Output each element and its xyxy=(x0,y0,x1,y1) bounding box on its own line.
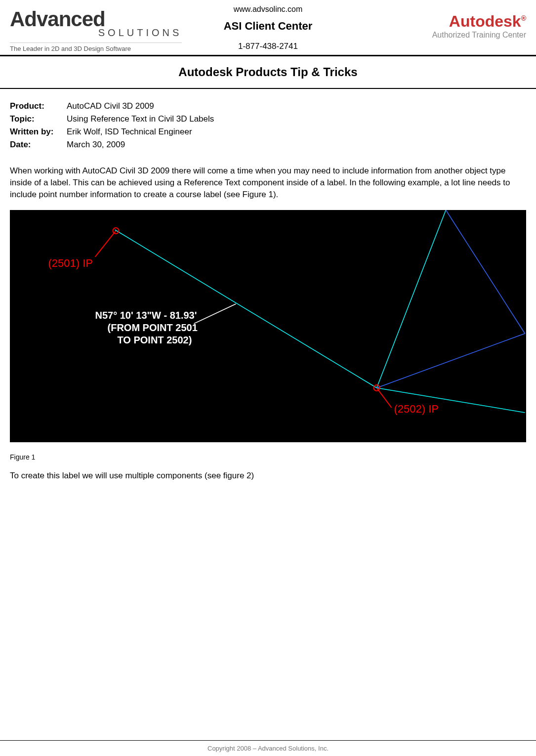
point-2501-label: (2501) IP xyxy=(48,257,93,269)
lot-line-blue2 xyxy=(377,334,525,388)
autodesk-subtitle: Authorized Training Center xyxy=(354,31,526,40)
page-header: Advanced SOLUTIONS The Leader in 2D and … xyxy=(0,0,536,56)
bearing-text-line2: (FROM POINT 2501 xyxy=(108,322,198,333)
figure-1-container: (2501) IP N57° 10' 13"W - 81.93' (FROM P… xyxy=(0,205,536,447)
bearing-text-line1: N57° 10' 13"W - 81.93' xyxy=(95,310,197,321)
autodesk-brand: Autodesk® xyxy=(354,12,526,31)
phone-number: 1-877-438-2741 xyxy=(182,42,354,51)
brand-text: Autodesk xyxy=(449,12,521,30)
bearing-text-line3: TO POINT 2502) xyxy=(118,335,192,345)
point-2502-label: (2502) IP xyxy=(394,403,439,415)
cad-drawing-figure-1: (2501) IP N57° 10' 13"W - 81.93' (FROM P… xyxy=(10,210,526,442)
author-value: Erik Wolf, ISD Technical Engineer xyxy=(67,127,526,137)
document-metadata: Product: AutoCAD Civil 3D 2009 Topic: Us… xyxy=(0,89,536,160)
lot-line-blue xyxy=(446,210,525,334)
logo-autodesk: Autodesk® Authorized Training Center xyxy=(354,5,526,40)
product-label: Product: xyxy=(10,101,67,111)
topic-label: Topic: xyxy=(10,114,67,124)
second-paragraph: To create this label we will use multipl… xyxy=(0,465,536,487)
logo-advanced-solutions: Advanced SOLUTIONS The Leader in 2D and … xyxy=(10,5,182,52)
author-label: Written by: xyxy=(10,127,67,137)
meta-date-row: Date: March 30, 2009 xyxy=(10,140,526,150)
meta-author-row: Written by: Erik Wolf, ISD Technical Eng… xyxy=(10,127,526,137)
page-title: Autodesk Products Tip & Tricks xyxy=(0,56,536,89)
point-leader-2502 xyxy=(377,388,392,408)
product-value: AutoCAD Civil 3D 2009 xyxy=(67,101,526,111)
meta-product-row: Product: AutoCAD Civil 3D 2009 xyxy=(10,101,526,111)
intro-paragraph: When working with AutoCAD Civil 3D 2009 … xyxy=(0,160,536,205)
website-url: www.advsolinc.com xyxy=(182,5,354,14)
topic-value: Using Reference Text in Civil 3D Labels xyxy=(67,114,526,124)
date-label: Date: xyxy=(10,140,67,150)
logo-tagline: The Leader in 2D and 3D Design Software xyxy=(10,42,182,52)
lot-line-up xyxy=(377,210,446,388)
registered-mark: ® xyxy=(521,14,526,22)
client-center-title: ASI Client Center xyxy=(182,20,354,33)
point-leader-2501 xyxy=(95,231,116,257)
meta-topic-row: Topic: Using Reference Text in Civil 3D … xyxy=(10,114,526,124)
header-center: www.advsolinc.com ASI Client Center 1-87… xyxy=(182,5,354,51)
cad-svg: (2501) IP N57° 10' 13"W - 81.93' (FROM P… xyxy=(10,210,526,442)
lot-line-main xyxy=(115,230,377,388)
date-value: March 30, 2009 xyxy=(67,140,526,150)
label-leader xyxy=(194,304,236,324)
figure-1-caption: Figure 1 xyxy=(0,447,536,465)
